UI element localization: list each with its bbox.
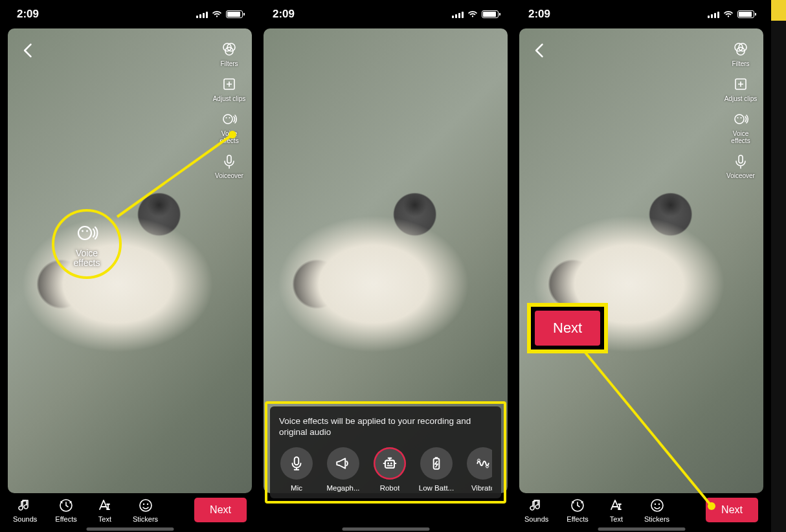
- megaphone-icon: [335, 455, 352, 472]
- battery-icon: [737, 10, 754, 18]
- voice-effect-mic-label: Mic: [291, 484, 302, 492]
- page-gutter: [771, 0, 786, 532]
- voiceover-icon: [732, 152, 750, 170]
- svg-point-10: [142, 503, 144, 504]
- voice-effects-icon: [220, 110, 238, 128]
- effects-label: Effects: [55, 515, 76, 523]
- effects-icon: [58, 498, 74, 513]
- battery-icon: [226, 10, 243, 18]
- mic-icon: [288, 455, 305, 472]
- bottom-toolbar: Sounds Effects Text Stickers Next: [4, 494, 256, 526]
- svg-rect-21: [435, 457, 438, 458]
- phone-screenshot-3: 2:09 Filters Adjust clips Voice effects: [515, 0, 767, 532]
- signal-icon: [196, 10, 208, 18]
- next-button-callout: Next: [527, 303, 608, 353]
- right-tool-column: Filters Adjust clips Voice effects Voice…: [210, 40, 248, 179]
- voice-effect-robot-label: Robot: [380, 484, 400, 492]
- annotation-panel-highlight: Voice effects will be applied to your re…: [265, 401, 506, 504]
- voice-effect-lowbatt-label: Low Batt...: [419, 484, 454, 492]
- sounds-label: Sounds: [13, 515, 37, 523]
- sounds-tool[interactable]: Sounds: [13, 498, 37, 523]
- next-button[interactable]: Next: [706, 498, 758, 522]
- filters-tool[interactable]: Filters: [732, 40, 750, 67]
- next-button[interactable]: Next: [194, 498, 247, 522]
- svg-point-4: [223, 115, 232, 124]
- robot-icon: [381, 454, 399, 472]
- adjust-clips-icon: [220, 75, 238, 93]
- svg-point-11: [146, 503, 148, 504]
- status-time: 2:09: [273, 8, 295, 21]
- status-time: 2:09: [528, 8, 550, 21]
- wifi-icon: [723, 10, 734, 18]
- sounds-icon: [17, 498, 33, 513]
- text-icon: [609, 498, 624, 513]
- sounds-tool[interactable]: Sounds: [524, 498, 548, 523]
- voice-effect-megaphone[interactable]: Megaph...: [326, 447, 361, 492]
- adjust-clips-icon: [732, 75, 750, 93]
- status-time: 2:09: [17, 8, 39, 21]
- svg-point-28: [741, 117, 742, 118]
- stickers-icon: [649, 498, 665, 513]
- sounds-label: Sounds: [524, 515, 548, 523]
- voice-effect-vibrato[interactable]: Vibrato: [466, 447, 492, 492]
- sounds-icon: [529, 498, 545, 513]
- effects-icon: [570, 498, 585, 513]
- right-tool-column: Filters Adjust clips Voice effects Voice…: [722, 40, 759, 179]
- voice-effect-low-battery[interactable]: Low Batt...: [419, 447, 454, 492]
- svg-point-6: [229, 117, 230, 118]
- voice-effect-vibrato-label: Vibrato: [471, 484, 492, 492]
- svg-point-19: [390, 463, 392, 465]
- effects-label: Effects: [567, 515, 588, 523]
- next-button-callout-label: Next: [535, 311, 600, 346]
- wifi-icon: [467, 10, 478, 18]
- home-indicator: [86, 527, 174, 531]
- svg-rect-29: [739, 155, 743, 163]
- status-bar: 2:09: [260, 0, 511, 28]
- voice-effects-tool[interactable]: Voice effects: [731, 110, 750, 144]
- text-label: Text: [98, 515, 111, 523]
- status-bar: 2:09: [515, 0, 767, 28]
- bottom-toolbar: Sounds Effects Text Stickers Next: [515, 494, 767, 526]
- svg-point-26: [735, 115, 744, 124]
- adjust-clips-tool[interactable]: Adjust clips: [724, 75, 758, 102]
- back-button[interactable]: [19, 41, 38, 60]
- stickers-label: Stickers: [133, 515, 158, 523]
- svg-point-27: [737, 117, 739, 118]
- voice-effects-tool[interactable]: Voice effects: [219, 110, 238, 144]
- effects-tool[interactable]: Effects: [567, 498, 588, 523]
- voice-effects-label: Voice effects: [731, 130, 750, 144]
- voice-effect-mic[interactable]: Mic: [279, 447, 314, 492]
- back-button[interactable]: [531, 41, 549, 60]
- voiceover-tool[interactable]: Voiceover: [726, 152, 755, 179]
- filters-label: Filters: [732, 60, 749, 67]
- svg-rect-7: [227, 155, 231, 163]
- voice-effect-robot[interactable]: Robot: [372, 447, 407, 492]
- voiceover-label: Voiceover: [215, 172, 243, 179]
- signal-icon: [452, 10, 464, 18]
- low-battery-icon: [428, 455, 445, 472]
- home-indicator: [598, 527, 685, 531]
- adjust-clips-label: Adjust clips: [724, 95, 758, 102]
- stickers-tool[interactable]: Stickers: [133, 498, 158, 523]
- voice-effects-label: Voice effects: [219, 130, 238, 144]
- text-tool[interactable]: Text: [95, 498, 115, 523]
- phone-screenshot-2: 2:09 Voice effects will be applied to yo…: [260, 0, 511, 532]
- svg-rect-16: [295, 457, 299, 465]
- voice-effects-panel: Voice effects will be applied to your re…: [270, 406, 501, 498]
- phone-screenshot-1: 2:09 Filters Adjust clips Voice effects: [4, 0, 256, 532]
- text-label: Text: [610, 515, 623, 523]
- vibrato-icon: [475, 455, 491, 472]
- adjust-clips-tool[interactable]: Adjust clips: [213, 75, 246, 102]
- voiceover-label: Voiceover: [726, 172, 755, 179]
- svg-point-5: [226, 117, 227, 118]
- voiceover-tool[interactable]: Voiceover: [215, 152, 243, 179]
- voiceover-icon: [220, 152, 238, 170]
- filters-tool[interactable]: Filters: [220, 40, 238, 67]
- effects-tool[interactable]: Effects: [55, 498, 76, 523]
- svg-point-9: [140, 500, 152, 511]
- stickers-tool[interactable]: Stickers: [644, 498, 669, 523]
- text-icon: [97, 498, 113, 513]
- voice-effect-megaphone-label: Megaph...: [326, 484, 359, 492]
- status-bar: 2:09: [4, 0, 256, 28]
- text-tool[interactable]: Text: [607, 498, 626, 523]
